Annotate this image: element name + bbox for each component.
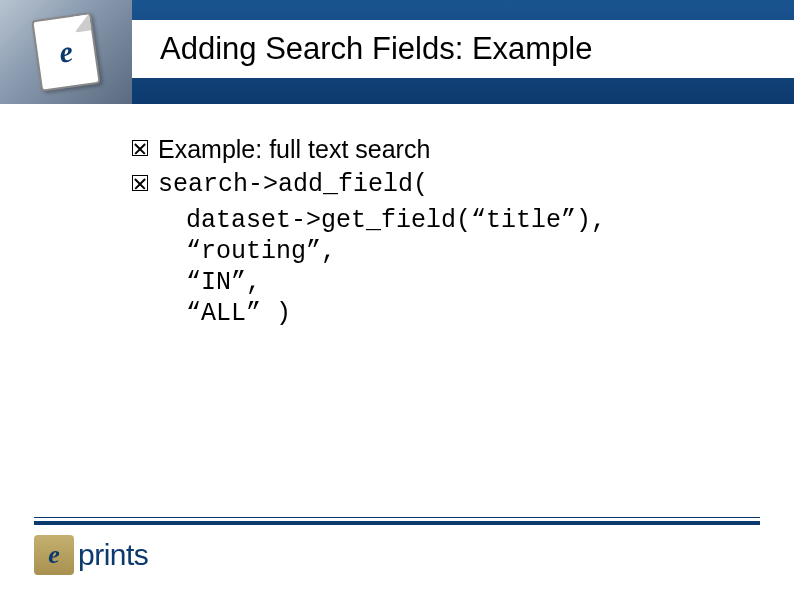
code-line-3: “routing”, [186,236,764,267]
code-line-5: “ALL” ) [186,298,764,329]
logo-badge: e [34,535,74,575]
title-band: Adding Search Fields: Example [132,20,794,78]
slide-content: Example: full text search search->add_fi… [0,104,794,330]
header-decoration: e [0,0,132,104]
x-box-bullet-icon [132,140,148,156]
code-line-4: “IN”, [186,267,764,298]
code-line-1: search->add_field( [158,169,428,200]
eprints-logo: e prints [34,535,148,575]
slide-header: e Adding Search Fields: Example [0,0,794,104]
x-box-bullet-icon [132,175,148,191]
footer-divider-thin [34,517,760,518]
bullet-item-code: search->add_field( [132,169,764,200]
slide-title: Adding Search Fields: Example [160,31,593,67]
code-line-2: dataset->get_field(“title”), [186,205,764,236]
logo-text: prints [78,538,148,572]
slide-footer: e prints [0,517,794,595]
bullet-item: Example: full text search [132,134,764,165]
footer-divider-thick [34,521,760,525]
paper-icon: e [31,12,100,92]
logo-e-letter: e [48,540,60,570]
e-letter-icon: e [57,34,75,70]
bullet-text: Example: full text search [158,134,430,165]
